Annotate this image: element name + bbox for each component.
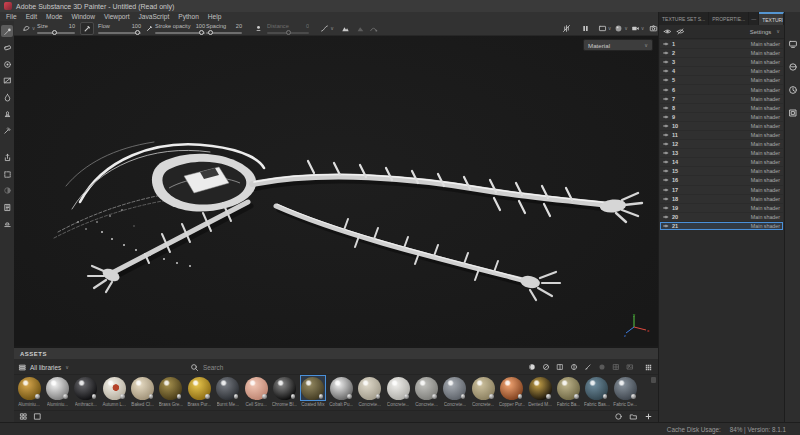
texture-set-row[interactable]: 21Main shader — [660, 222, 783, 230]
texture-set-row[interactable]: 5Main shader — [660, 76, 783, 84]
texture-set-row[interactable]: 7Main shader — [660, 95, 783, 103]
material-picker-tool[interactable] — [1, 124, 13, 136]
texture-set-row[interactable]: 9Main shader — [660, 113, 783, 121]
shader-settings-icon[interactable] — [788, 62, 798, 72]
visibility-eye-icon[interactable] — [663, 59, 669, 65]
param-spacing[interactable]: Spacing20 — [206, 23, 242, 35]
import-folder-icon[interactable] — [629, 412, 638, 421]
brush-preset-button[interactable]: ∨ — [20, 22, 37, 35]
smudge-tool[interactable] — [1, 91, 13, 103]
texture-set-row[interactable]: 15Main shader — [660, 167, 783, 175]
material-thumbnail[interactable]: Concrete... — [385, 375, 411, 410]
visibility-eye-icon[interactable] — [663, 159, 669, 165]
notes-tool[interactable] — [1, 201, 13, 213]
tab-propertie[interactable]: PROPERTIE... — [709, 12, 749, 25]
smart-masks-filter-icon[interactable] — [556, 363, 564, 371]
param-value[interactable]: 10 — [69, 23, 75, 29]
thumbnail-size-small-icon[interactable] — [19, 412, 28, 421]
texture-set-settings-icon[interactable] — [788, 108, 798, 118]
material-thumbnail[interactable]: Fabric Bas... — [584, 375, 610, 410]
eraser-tool[interactable] — [1, 42, 13, 54]
material-thumbnail[interactable]: Concrete... — [357, 375, 383, 410]
alphas-filter-icon[interactable] — [598, 363, 606, 371]
add-asset-icon[interactable] — [644, 412, 653, 421]
texture-set-row[interactable]: 18Main shader — [660, 195, 783, 203]
search-input[interactable] — [203, 364, 323, 371]
material-thumbnail[interactable]: Fabric Ba... — [555, 375, 581, 410]
assets-header[interactable]: ASSETS — [14, 348, 658, 359]
texture-set-row[interactable]: 6Main shader — [660, 85, 783, 93]
texture-set-row[interactable]: 8Main shader — [660, 104, 783, 112]
shelf-scrollbar[interactable] — [651, 377, 656, 383]
visibility-eye-icon[interactable] — [663, 205, 669, 211]
visibility-eye-icon[interactable] — [663, 114, 669, 120]
viewport-material-dropdown[interactable]: Material ∨ — [583, 39, 653, 51]
display-settings-icon[interactable] — [788, 39, 798, 49]
library-dropdown[interactable]: All libraries ∨ — [18, 359, 69, 375]
material-thumbnail[interactable]: Anthracit... — [73, 375, 99, 410]
menu-viewport[interactable]: Viewport — [104, 13, 130, 20]
texture-set-row[interactable]: 14Main shader — [660, 158, 783, 166]
shader-mode-button[interactable]: ∨ — [614, 22, 628, 35]
material-thumbnail[interactable]: Cell Stru... — [243, 375, 269, 410]
visibility-eye-icon[interactable] — [663, 168, 669, 174]
texture-set-row[interactable]: 11Main shader — [660, 131, 783, 139]
search-box[interactable] — [190, 359, 323, 375]
filters-filter-icon[interactable] — [570, 363, 578, 371]
material-thumbnail[interactable]: Burnt Me... — [215, 375, 241, 410]
falloff-button[interactable]: ∨ — [320, 22, 334, 35]
mask-tool[interactable] — [1, 185, 13, 197]
menu-javascript[interactable]: JavaScript — [139, 13, 170, 20]
grain-secondary-button[interactable] — [355, 22, 366, 35]
material-thumbnail[interactable]: Coated Mix — [300, 375, 326, 410]
visibility-eye-icon[interactable] — [663, 123, 669, 129]
visibility-eye-icon[interactable] — [663, 187, 669, 193]
visibility-eye-icon[interactable] — [663, 132, 669, 138]
visibility-eye-icon[interactable] — [663, 96, 669, 102]
param-slider[interactable] — [206, 32, 242, 34]
visibility-eye-icon[interactable] — [663, 223, 669, 229]
texture-set-row[interactable]: 2Main shader — [660, 49, 783, 57]
clone-tool[interactable] — [1, 108, 13, 120]
param-slider[interactable] — [155, 32, 205, 34]
material-thumbnail[interactable]: Baked Cl... — [130, 375, 156, 410]
sync-icon[interactable] — [614, 412, 623, 421]
menu-edit[interactable]: Edit — [26, 13, 37, 20]
material-thumbnail[interactable]: Chrome Bl... — [272, 375, 298, 410]
symmetry-toggle-button[interactable] — [560, 22, 573, 35]
param-distance[interactable]: Distance0 — [267, 23, 309, 35]
material-thumbnail[interactable]: Concrete... — [470, 375, 496, 410]
param-size[interactable]: Size10 — [37, 23, 75, 35]
environments-filter-icon[interactable] — [626, 363, 634, 371]
viewport-3d[interactable]: Material ∨ y x z — [14, 36, 658, 346]
visibility-eye-icon[interactable] — [663, 105, 669, 111]
visibility-eye-icon[interactable] — [663, 141, 669, 147]
camera-mode-button[interactable]: ∨ — [630, 22, 645, 35]
brush-alpha-button[interactable] — [80, 22, 94, 35]
texture-set-row[interactable]: 1Main shader — [660, 40, 783, 48]
axis-gizmo[interactable]: y x z — [624, 313, 650, 337]
material-thumbnail[interactable]: Copper Pur... — [499, 375, 525, 410]
menu-help[interactable]: Help — [208, 13, 222, 20]
param-value[interactable]: 100 — [196, 23, 205, 29]
material-thumbnail[interactable]: Concrete... — [413, 375, 439, 410]
material-thumbnail[interactable]: Brass Pur... — [186, 375, 212, 410]
tab-overflow-indicator[interactable]: — — [749, 12, 759, 25]
display-mode-button[interactable]: ∨ — [597, 22, 612, 35]
texture-set-row[interactable]: 10Main shader — [660, 122, 783, 130]
isolate-visibility-icon[interactable] — [676, 27, 685, 36]
texture-set-row[interactable]: 13Main shader — [660, 149, 783, 157]
textures-filter-icon[interactable] — [612, 363, 620, 371]
material-thumbnail[interactable]: Dented M... — [527, 375, 553, 410]
visibility-eye-icon[interactable] — [663, 196, 669, 202]
pause-engine-button[interactable] — [580, 22, 591, 35]
grid-view-icon[interactable] — [644, 363, 653, 372]
param-value[interactable]: 0 — [306, 23, 309, 29]
polygon-fill-tool[interactable] — [1, 75, 13, 87]
export-tool[interactable] — [1, 152, 13, 164]
param-slider[interactable] — [37, 32, 75, 34]
param-value[interactable]: 20 — [236, 23, 242, 29]
material-thumbnail[interactable]: Fabric De... — [612, 375, 638, 410]
material-thumbnail[interactable]: Concrete... — [442, 375, 468, 410]
visibility-eye-icon[interactable] — [663, 41, 669, 47]
